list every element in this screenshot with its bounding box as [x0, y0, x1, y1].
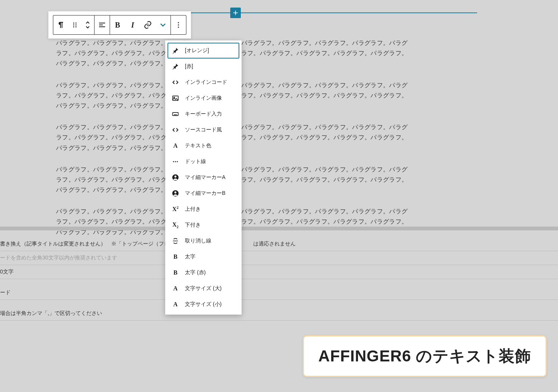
- form-row-char-limit[interactable]: ードを含めた全角30文字以内が推奨されています: [0, 251, 558, 265]
- block-toolbar-container: B I: [48, 11, 191, 39]
- dropdown-item[interactable]: B太字 (赤): [167, 265, 239, 281]
- sub-icon: X2: [171, 221, 180, 229]
- dropdown-item[interactable]: 取り消し線: [167, 233, 239, 249]
- boldB-icon: B: [171, 253, 180, 261]
- code-icon: [171, 78, 180, 86]
- overlay-title-badge: AFFINGER6 のテキスト装飾: [303, 335, 547, 377]
- dropdown-item[interactable]: X2上付き: [167, 201, 239, 217]
- bold-button[interactable]: B: [110, 15, 125, 35]
- dropdown-item-label: 文字サイズ (大): [185, 285, 222, 292]
- add-block-button[interactable]: [230, 8, 241, 18]
- dropdown-item-label: キーボード入力: [185, 111, 222, 117]
- source-icon: [171, 126, 180, 134]
- person-icon: [171, 189, 180, 198]
- dropdown-item-label: 太字: [185, 253, 195, 260]
- keyboard-icon: [171, 110, 180, 118]
- dropdown-item[interactable]: A文字サイズ (小): [167, 296, 239, 312]
- block-type-paragraph-button[interactable]: [53, 15, 68, 35]
- meta-form: 書き換え（記事タイトルは変更されません） ※「トップページ（フロン は適応されま…: [0, 227, 558, 321]
- dropdown-item[interactable]: ソースコード風: [167, 122, 239, 138]
- dropdown-item[interactable]: マイ細マーカーB: [167, 185, 239, 201]
- more-options-button[interactable]: [171, 15, 186, 35]
- dropdown-item[interactable]: ドット線: [167, 154, 239, 170]
- dropdown-item-label: 上付き: [185, 206, 201, 213]
- form-row-comma: 場合は半角カンマ「,」で区切ってください: [0, 307, 558, 321]
- svg-rect-16: [173, 113, 178, 116]
- strike-icon: [171, 237, 180, 245]
- boldB-icon: B: [171, 269, 180, 277]
- svg-point-4: [73, 25, 74, 26]
- dropdown-item-label: インラインコード: [185, 79, 227, 86]
- svg-point-22: [174, 176, 176, 177]
- dropdown-item[interactable]: X2下付き: [167, 217, 239, 233]
- form-divider: [0, 227, 558, 230]
- svg-point-12: [178, 24, 179, 25]
- more-formats-dropdown-button[interactable]: [155, 15, 170, 35]
- textA-icon: A: [171, 284, 180, 293]
- pin-icon: [171, 46, 180, 55]
- dropdown-item[interactable]: B太字: [167, 249, 239, 265]
- dropdown-item[interactable]: A文字サイズ (大): [167, 281, 239, 296]
- dropdown-item-label: 文字サイズ (小): [185, 301, 222, 308]
- align-button[interactable]: [95, 15, 110, 35]
- person-icon: [171, 173, 180, 182]
- dropdown-item[interactable]: キーボード入力: [167, 106, 239, 122]
- dropdown-item-label: [赤]: [185, 63, 193, 70]
- image-icon: [171, 94, 180, 102]
- svg-point-2: [73, 23, 74, 24]
- svg-point-24: [174, 191, 176, 193]
- dropdown-item[interactable]: [赤]: [167, 59, 239, 74]
- italic-button[interactable]: I: [125, 15, 140, 35]
- dropdown-item[interactable]: マイ細マーカーA: [167, 170, 239, 185]
- svg-point-13: [178, 26, 179, 28]
- sup-icon: X2: [171, 205, 180, 213]
- form-row-code: ード: [0, 286, 558, 300]
- format-dropdown-menu: [オレンジ][赤]インラインコードインライン画像キーボード入力ソースコード風Aテ…: [165, 40, 242, 315]
- textA-icon: A: [171, 300, 180, 309]
- svg-point-6: [73, 26, 74, 28]
- dropdown-item-label: 下付き: [185, 222, 201, 228]
- dots-icon: [171, 157, 180, 166]
- form-row-count: 0文字: [0, 265, 558, 279]
- dropdown-item-label: ドット線: [185, 158, 206, 165]
- block-toolbar: B I: [53, 15, 186, 35]
- svg-point-3: [76, 23, 77, 24]
- dropdown-item[interactable]: [オレンジ]: [167, 43, 239, 59]
- dropdown-item-label: インライン画像: [185, 95, 222, 102]
- link-button[interactable]: [140, 15, 155, 35]
- dropdown-item-label: [オレンジ]: [185, 47, 209, 54]
- dropdown-item-label: 太字 (赤): [185, 269, 206, 276]
- svg-point-20: [177, 161, 178, 162]
- move-up-down-button[interactable]: [81, 15, 94, 35]
- dropdown-item[interactable]: Aテキスト色: [167, 138, 239, 154]
- svg-point-5: [76, 25, 77, 26]
- textA-icon: A: [171, 142, 180, 150]
- dropdown-item-label: マイ細マーカーB: [185, 190, 225, 197]
- svg-point-7: [76, 26, 77, 28]
- svg-point-18: [173, 161, 174, 162]
- dropdown-item-label: ソースコード風: [185, 127, 222, 133]
- form-row-rewrite: 書き換え（記事タイトルは変更されません） ※「トップページ（フロン は適応されま…: [0, 237, 558, 251]
- dropdown-item-label: マイ細マーカーA: [185, 174, 225, 181]
- pin-icon: [171, 62, 180, 71]
- drag-handle-button[interactable]: [68, 15, 81, 35]
- dropdown-item-label: テキスト色: [185, 142, 211, 149]
- svg-point-11: [178, 22, 179, 23]
- dropdown-item-label: 取り消し線: [185, 238, 211, 244]
- dropdown-item[interactable]: インライン画像: [167, 90, 239, 106]
- svg-point-19: [175, 161, 176, 162]
- dropdown-item[interactable]: インラインコード: [167, 74, 239, 90]
